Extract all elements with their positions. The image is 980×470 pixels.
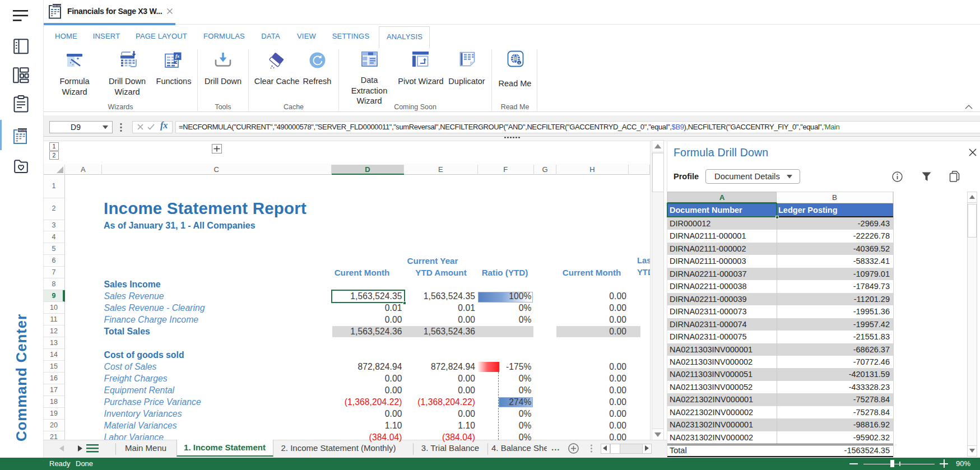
svg-text:PREVIEW: PREVIEW xyxy=(52,4,62,7)
svg-text:i: i xyxy=(519,61,520,64)
svg-text:fx: fx xyxy=(175,53,180,59)
svg-text:PREVIEW: PREVIEW xyxy=(17,129,27,132)
